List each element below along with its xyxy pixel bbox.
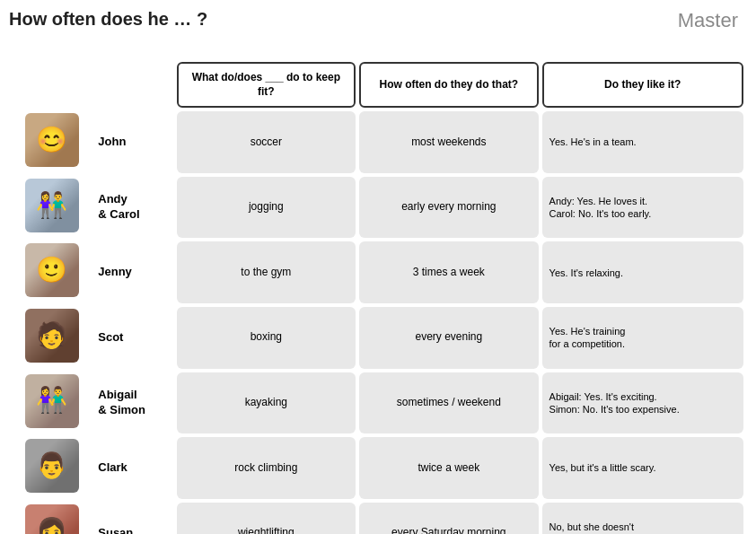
photo-cell: 👫: [13, 177, 91, 239]
like-cell: Yes. It's relaxing.: [542, 241, 743, 303]
photo-cell: 😊: [13, 111, 91, 173]
header-empty-2: [94, 62, 172, 108]
header-activity: What do/does ___ do to keep fit?: [177, 62, 356, 108]
page-title: How often does he … ?: [9, 9, 207, 30]
name-cell: Clark: [94, 437, 172, 499]
person-avatar: 👨: [25, 439, 79, 493]
activity-cell: jogging: [177, 177, 356, 239]
frequency-cell: every evening: [359, 307, 539, 369]
activity-cell: rock climbing: [177, 437, 356, 499]
like-cell: Abigail: Yes. It's exciting. Simon: No. …: [542, 372, 743, 434]
activity-table: What do/does ___ do to keep fit? How oft…: [9, 58, 747, 534]
person-avatar: 🙂: [25, 243, 79, 297]
photo-cell: 👩: [13, 503, 91, 534]
like-cell: Yes. He's training for a competition.: [542, 307, 743, 369]
person-avatar: 👫: [25, 374, 79, 428]
activity-cell: boxing: [177, 307, 356, 369]
frequency-cell: sometimes / weekend: [359, 372, 539, 434]
like-cell: No, but she doesn't like sports or joggi…: [542, 503, 743, 534]
header-like: Do they like it?: [542, 62, 743, 108]
table-row: 👩Susanwieghtliftingevery Saturday mornin…: [13, 503, 743, 534]
frequency-cell: twice a week: [359, 437, 539, 499]
header-frequency: How often do they do that?: [359, 62, 539, 108]
person-avatar: 🧑: [25, 309, 79, 363]
header-empty-1: [13, 62, 91, 108]
table-row: 👫Andy & Caroljoggingearly every morningA…: [13, 177, 743, 239]
name-cell: Jenny: [94, 241, 172, 303]
name-cell: John: [94, 111, 172, 173]
like-cell: Andy: Yes. He loves it. Carol: No. It's …: [542, 177, 743, 239]
table-body: 😊Johnsoccermost weekendsYes. He's in a t…: [13, 111, 743, 534]
photo-cell: 👫: [13, 372, 91, 434]
photo-cell: 🧑: [13, 307, 91, 369]
like-cell: Yes. He's in a team.: [542, 111, 743, 173]
like-cell: Yes, but it's a little scary.: [542, 437, 743, 499]
table-row: 👨Clarkrock climbingtwice a weekYes, but …: [13, 437, 743, 499]
table-row: 👫Abigail & Simonkayakingsometimes / week…: [13, 372, 743, 434]
name-cell: Andy & Carol: [94, 177, 172, 239]
master-label: Master: [678, 9, 738, 32]
main-table-wrapper: What do/does ___ do to keep fit? How oft…: [9, 58, 747, 534]
person-avatar: 😊: [25, 113, 79, 167]
photo-cell: 👨: [13, 437, 91, 499]
frequency-cell: most weekends: [359, 111, 539, 173]
table-row: 😊Johnsoccermost weekendsYes. He's in a t…: [13, 111, 743, 173]
activity-cell: wieghtlifting: [177, 503, 356, 534]
frequency-cell: every Saturday morning: [359, 503, 539, 534]
table-row: 🧑Scotboxingevery eveningYes. He's traini…: [13, 307, 743, 369]
frequency-cell: early every morning: [359, 177, 539, 239]
person-avatar: 👫: [25, 179, 79, 232]
person-avatar: 👩: [25, 504, 79, 534]
activity-cell: kayaking: [177, 372, 356, 434]
table-row: 🙂Jennyto the gym3 times a weekYes. It's …: [13, 241, 743, 303]
name-cell: Abigail & Simon: [94, 372, 172, 434]
name-cell: Scot: [94, 307, 172, 369]
name-cell: Susan: [94, 503, 172, 534]
activity-cell: to the gym: [177, 241, 356, 303]
activity-cell: soccer: [177, 111, 356, 173]
frequency-cell: 3 times a week: [359, 241, 539, 303]
photo-cell: 🙂: [13, 241, 91, 303]
table-header-row: What do/does ___ do to keep fit? How oft…: [13, 62, 743, 108]
